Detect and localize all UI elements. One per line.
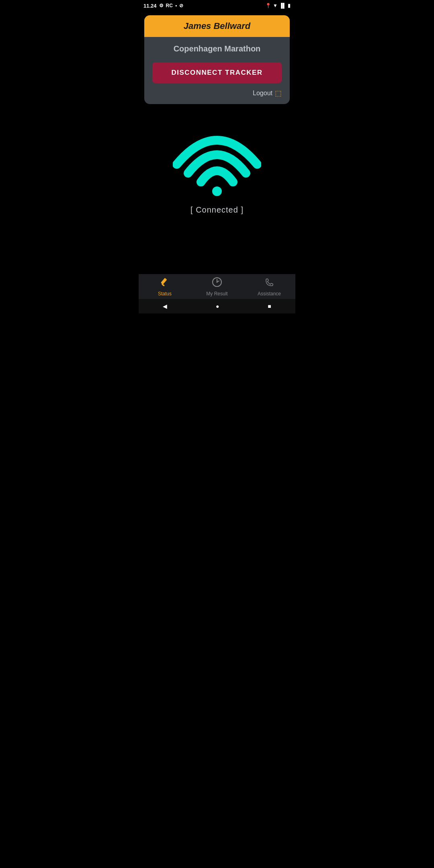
wifi-area: [ Connected ] [139, 108, 295, 223]
svg-point-0 [212, 186, 222, 196]
assistance-nav-label: Assistance [258, 291, 281, 297]
event-name: Copenhagen Marathon [152, 44, 282, 53]
wifi-signal-icon: ▼ [273, 3, 278, 8]
circle-block-icon: ⊘ [179, 3, 183, 8]
rc-badge: RC [166, 3, 173, 8]
status-bar-right: 📍 ▼ ▐▌ ▮ [265, 3, 291, 8]
location-icon: 📍 [265, 3, 271, 8]
nav-item-assistance[interactable]: Assistance [243, 277, 295, 297]
user-name: James Bellward [184, 21, 250, 31]
connection-status: [ Connected ] [190, 205, 244, 215]
signal-bars-icon: ▐▌ [279, 3, 286, 8]
svg-point-5 [217, 281, 218, 283]
disconnect-tracker-button[interactable]: DISCONNECT TRACKER [152, 62, 282, 83]
my-result-nav-icon [212, 277, 222, 290]
logout-label: Logout [253, 90, 272, 97]
card-body: Copenhagen Marathon DISCONNECT TRACKER L… [144, 37, 290, 104]
logout-icon: ⬚ [275, 89, 282, 98]
wifi-icon [173, 124, 261, 197]
status-bar: 11.24 ⚙ RC ▪ ⊘ 📍 ▼ ▐▌ ▮ [139, 0, 295, 11]
nav-item-my-result[interactable]: My Result [191, 277, 243, 297]
status-nav-label: Status [158, 291, 172, 297]
logout-row[interactable]: Logout ⬚ [152, 89, 282, 98]
status-nav-icon [160, 277, 170, 290]
home-button[interactable]: ● [216, 303, 219, 309]
bottom-nav: Status My Result Assistance [139, 274, 295, 299]
android-nav-bar: ◀ ● ■ [139, 299, 295, 313]
battery-icon: ▮ [288, 3, 291, 8]
my-result-nav-label: My Result [206, 291, 227, 297]
sim-icon: ▪ [175, 3, 177, 8]
nav-item-status[interactable]: Status [139, 277, 191, 297]
assistance-nav-icon [264, 277, 274, 290]
recents-button[interactable]: ■ [268, 303, 271, 309]
settings-icon: ⚙ [159, 3, 164, 8]
card-header: James Bellward [144, 15, 290, 37]
svg-rect-1 [161, 278, 167, 285]
main-card: James Bellward Copenhagen Marathon DISCO… [144, 15, 290, 104]
status-bar-left: 11.24 ⚙ RC ▪ ⊘ [143, 3, 183, 9]
time-display: 11.24 [143, 3, 157, 9]
back-button[interactable]: ◀ [163, 303, 167, 309]
